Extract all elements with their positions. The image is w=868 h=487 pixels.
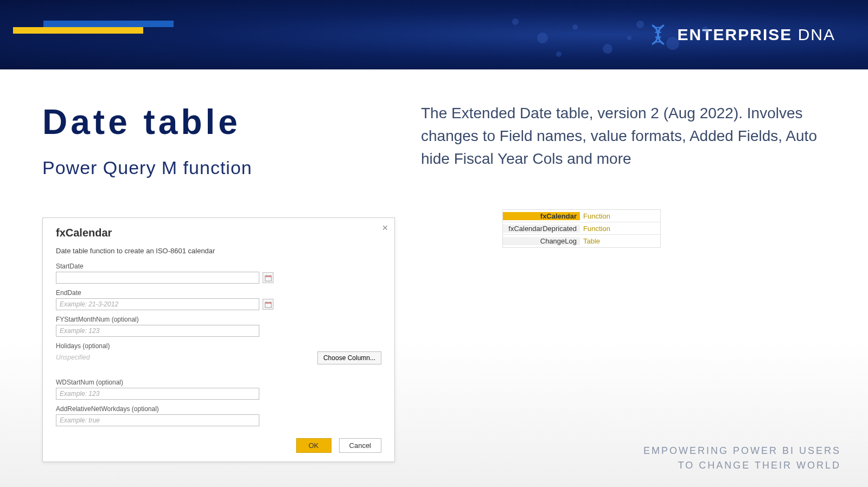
header: ENTERPRISE DNA bbox=[0, 0, 868, 69]
calendar-icon[interactable] bbox=[263, 299, 273, 310]
main-content: Date table Power Query M function × fxCa… bbox=[0, 69, 868, 462]
addrelative-label: AddRelativeNetWorkdays (optional) bbox=[56, 405, 381, 413]
query-row-fxcalendardepricated[interactable]: fxCalendarDepricated Function bbox=[503, 222, 660, 235]
query-row-changelog[interactable]: ChangeLog Table bbox=[503, 235, 660, 247]
dialog-title: fxCalendar bbox=[56, 227, 381, 239]
page-subtitle: Power Query M function bbox=[42, 157, 395, 178]
close-icon[interactable]: × bbox=[382, 222, 388, 234]
footer-line-2: TO CHANGE THEIR WORLD bbox=[643, 458, 841, 473]
decorative-dots bbox=[499, 11, 727, 65]
svg-point-8 bbox=[627, 36, 631, 40]
fxcalendar-dialog: × fxCalendar Date table function to crea… bbox=[42, 217, 395, 462]
startdate-label: StartDate bbox=[56, 262, 381, 270]
startdate-input[interactable] bbox=[56, 272, 259, 284]
choose-column-button[interactable]: Choose Column... bbox=[317, 351, 381, 364]
svg-rect-14 bbox=[265, 275, 271, 277]
enddate-label: EndDate bbox=[56, 289, 381, 297]
addrelative-input[interactable] bbox=[56, 414, 259, 426]
fystart-label: FYStartMonthNum (optional) bbox=[56, 316, 381, 323]
svg-point-1 bbox=[537, 33, 548, 43]
query-name: ChangeLog bbox=[503, 237, 580, 245]
svg-point-7 bbox=[556, 52, 561, 57]
query-type: Table bbox=[580, 237, 660, 245]
queries-list: fxCalendar Function fxCalendarDepricated… bbox=[502, 209, 661, 248]
svg-point-2 bbox=[572, 24, 578, 30]
accent-bar-blue bbox=[43, 21, 174, 27]
ok-button[interactable]: OK bbox=[296, 438, 331, 453]
svg-point-3 bbox=[603, 44, 612, 54]
svg-point-0 bbox=[512, 18, 519, 25]
accent-bar-yellow bbox=[13, 27, 143, 34]
query-type: Function bbox=[580, 225, 660, 233]
cancel-button[interactable]: Cancel bbox=[339, 438, 381, 453]
query-row-fxcalendar[interactable]: fxCalendar Function bbox=[503, 210, 660, 222]
footer-tagline: EMPOWERING POWER BI USERS TO CHANGE THEI… bbox=[643, 444, 841, 473]
description-text: The Extended Date table, version 2 (Aug … bbox=[421, 102, 826, 170]
calendar-icon[interactable] bbox=[263, 272, 273, 283]
enddate-input[interactable] bbox=[56, 298, 259, 310]
page-title: Date table bbox=[42, 102, 395, 142]
dialog-description: Date table function to create an ISO-860… bbox=[56, 247, 381, 255]
brand-name-2: DNA bbox=[798, 25, 835, 43]
wdstart-label: WDStartNum (optional) bbox=[56, 379, 381, 386]
query-type: Function bbox=[580, 212, 660, 220]
wdstart-input[interactable] bbox=[56, 388, 259, 400]
fystart-input[interactable] bbox=[56, 325, 259, 337]
footer-line-1: EMPOWERING POWER BI USERS bbox=[643, 444, 841, 458]
svg-point-6 bbox=[702, 27, 709, 33]
query-name: fxCalendarDepricated bbox=[503, 225, 580, 233]
holidays-unspecified: Unspecified bbox=[56, 354, 90, 361]
svg-point-5 bbox=[666, 37, 679, 50]
query-name: fxCalendar bbox=[503, 212, 580, 220]
svg-point-4 bbox=[636, 21, 644, 28]
svg-rect-18 bbox=[265, 302, 271, 303]
holidays-label: Holidays (optional) bbox=[56, 342, 381, 350]
